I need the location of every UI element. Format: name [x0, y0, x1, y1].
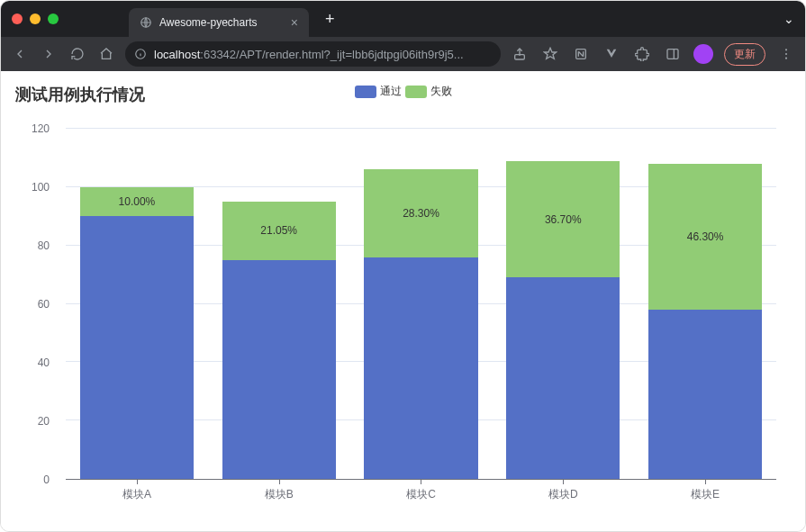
- x-tick: 模块D: [506, 480, 620, 516]
- x-tick: 模块B: [222, 480, 336, 516]
- url-host: localhost: [154, 48, 200, 61]
- y-tick: 40: [38, 356, 50, 369]
- y-tick: 60: [38, 298, 50, 311]
- y-axis: 020406080100120: [12, 129, 55, 480]
- globe-icon: [140, 16, 152, 29]
- bar-label: 46.30%: [687, 230, 724, 243]
- bar-label: 10.00%: [119, 195, 156, 208]
- maximize-window-button[interactable]: [48, 14, 59, 24]
- bar-segment-fail: 46.30%: [648, 164, 762, 310]
- notion-icon[interactable]: [571, 44, 591, 64]
- bars-container: 10.00%21.05%28.30%36.70%46.30%: [66, 129, 776, 479]
- close-tab-button[interactable]: ×: [291, 15, 298, 30]
- y-tick: 20: [38, 415, 50, 428]
- legend-item-pass[interactable]: 通过: [355, 84, 402, 99]
- bar-group[interactable]: 36.70%: [506, 129, 620, 479]
- bar-segment-pass: [80, 216, 194, 479]
- svg-point-8: [785, 49, 787, 50]
- v-extension-icon[interactable]: [602, 44, 621, 64]
- y-tick: 0: [43, 473, 50, 486]
- bar-segment-fail: 21.05%: [222, 202, 336, 260]
- chevron-down-icon[interactable]: ⌄: [783, 12, 794, 26]
- info-icon: [134, 48, 147, 60]
- bar-segment-fail: 28.30%: [364, 169, 477, 257]
- new-tab-button[interactable]: +: [325, 10, 335, 29]
- x-tick: 模块E: [648, 480, 762, 516]
- chart-legend: 通过 失败: [355, 84, 452, 99]
- share-icon[interactable]: [510, 44, 530, 64]
- address-bar[interactable]: localhost:63342/APT/render.html?_ijt=lbb…: [125, 41, 501, 67]
- browser-toolbar: localhost:63342/APT/render.html?_ijt=lbb…: [1, 37, 805, 71]
- window-controls: [12, 14, 59, 24]
- bar-segment-pass: [364, 257, 477, 479]
- extensions-icon[interactable]: [632, 44, 652, 64]
- bar-segment-pass: [648, 310, 762, 479]
- browser-tab[interactable]: Awesome-pyecharts ×: [129, 8, 309, 37]
- svg-rect-6: [667, 50, 678, 59]
- bar-group[interactable]: 28.30%: [364, 129, 477, 479]
- x-tick: 模块C: [364, 480, 477, 516]
- bar-group[interactable]: 46.30%: [648, 129, 762, 479]
- bar-segment-fail: 10.00%: [80, 187, 194, 216]
- legend-label-pass: 通过: [380, 84, 402, 99]
- star-icon[interactable]: [540, 44, 560, 64]
- url-path: :63342/APT/render.html?_ijt=lbb6jdtpgi06…: [200, 48, 463, 61]
- back-button[interactable]: [10, 44, 30, 64]
- y-tick: 80: [38, 239, 50, 252]
- home-button[interactable]: [96, 44, 116, 64]
- svg-point-9: [785, 53, 787, 55]
- panel-icon[interactable]: [663, 44, 683, 64]
- titlebar: Awesome-pyecharts × + ⌄: [1, 1, 805, 37]
- chart-area: 020406080100120 10.00%21.05%28.30%36.70%…: [12, 129, 794, 516]
- toolbar-right: 更新: [510, 43, 796, 66]
- bar-label: 21.05%: [260, 224, 297, 237]
- minimize-window-button[interactable]: [30, 14, 41, 24]
- y-tick: 120: [32, 122, 50, 135]
- bar-group[interactable]: 21.05%: [222, 129, 336, 479]
- plot-region: 10.00%21.05%28.30%36.70%46.30%: [66, 129, 776, 480]
- browser-window: Awesome-pyecharts × + ⌄ localhost:63342/…: [0, 0, 806, 532]
- menu-icon[interactable]: [776, 44, 796, 64]
- close-window-button[interactable]: [12, 14, 23, 24]
- legend-swatch-pass: [355, 86, 376, 98]
- bar-segment-fail: 36.70%: [506, 161, 620, 278]
- bar-segment-pass: [506, 277, 620, 479]
- reload-button[interactable]: [68, 44, 87, 64]
- y-tick: 100: [32, 181, 50, 194]
- x-tick: 模块A: [80, 480, 194, 516]
- legend-label-fail: 失败: [430, 84, 452, 99]
- profile-avatar[interactable]: [693, 44, 713, 64]
- url-text: localhost:63342/APT/render.html?_ijt=lbb…: [154, 48, 492, 61]
- svg-point-10: [785, 58, 787, 59]
- bar-label: 36.70%: [545, 213, 582, 226]
- legend-item-fail[interactable]: 失败: [405, 84, 452, 99]
- x-axis: 模块A模块B模块C模块D模块E: [66, 480, 776, 516]
- tab-title: Awesome-pyecharts: [159, 16, 284, 29]
- bar-segment-pass: [222, 260, 336, 479]
- page-content: 测试用例执行情况 通过 失败 020406080100120 10.00%21.…: [1, 71, 805, 531]
- bar-group[interactable]: 10.00%: [80, 129, 194, 479]
- update-button[interactable]: 更新: [724, 43, 765, 66]
- legend-swatch-fail: [405, 86, 427, 98]
- bar-label: 28.30%: [403, 207, 439, 220]
- forward-button[interactable]: [39, 44, 59, 64]
